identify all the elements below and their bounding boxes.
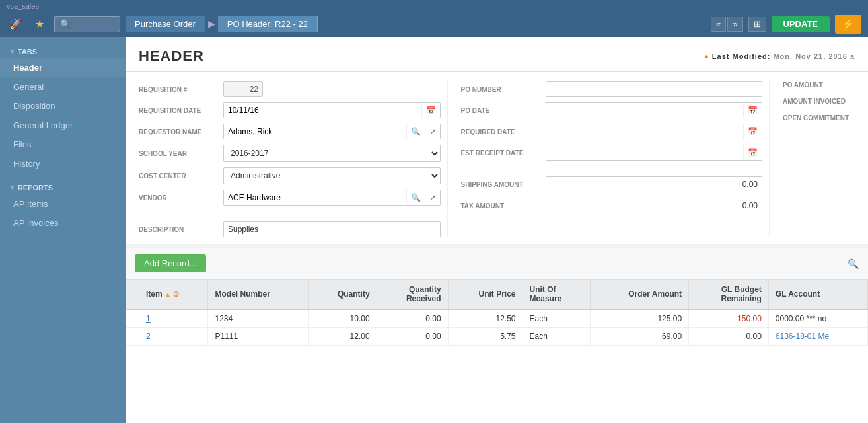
shipping-amount-row: SHIPPING AMOUNT: [461, 176, 763, 192]
open-commitment-label: OPEN COMMITMENT: [783, 114, 862, 122]
section-title-text: HEADER: [139, 48, 204, 65]
sidebar-item-general[interactable]: General: [0, 77, 126, 96]
po-date-field: 📅: [546, 102, 763, 118]
row-qty-received: 0.00: [377, 328, 448, 346]
tabs-collapse-icon[interactable]: ▼: [9, 48, 15, 55]
row-gl-budget: -150.00: [689, 309, 769, 328]
table-row: 1 1234 10.00 0.00 12.50 Each 125.00 -150…: [126, 309, 868, 328]
requisition-date-input[interactable]: [224, 103, 421, 118]
sidebar-item-header[interactable]: Header: [0, 58, 126, 77]
required-date-input[interactable]: [546, 124, 744, 139]
col-unit-price[interactable]: Unit Price: [448, 280, 523, 309]
nav-prev-btn[interactable]: «: [711, 17, 726, 32]
col-item[interactable]: Item ▲ ①: [139, 280, 208, 309]
sidebar-item-files[interactable]: Files: [0, 135, 126, 154]
row-model-number: 1234: [208, 309, 309, 328]
favorites-icon[interactable]: ★: [30, 15, 49, 33]
col-qty-received[interactable]: QuantityReceived: [377, 280, 448, 309]
sidebar-item-ap-invoices[interactable]: AP Invoices: [0, 213, 126, 233]
tax-amount-input[interactable]: [546, 198, 763, 213]
po-number-row: PO NUMBER: [461, 81, 763, 97]
reports-collapse-icon[interactable]: ▼: [9, 184, 15, 191]
requisition-date-calendar-icon[interactable]: 📅: [421, 103, 440, 118]
user-label: vca_sales: [7, 2, 39, 10]
grid-view-btn[interactable]: ⊞: [748, 17, 766, 32]
requestor-search-icon[interactable]: 🔍: [406, 124, 425, 139]
description-input[interactable]: [223, 221, 441, 237]
table-body: 1 1234 10.00 0.00 12.50 Each 125.00 -150…: [126, 309, 868, 346]
col-gl-account[interactable]: GL Account: [768, 280, 867, 309]
po-number-input[interactable]: [546, 81, 763, 97]
required-date-calendar-icon[interactable]: 📅: [743, 124, 762, 139]
description-label: DESCRIPTION: [139, 226, 218, 233]
col-unit-of-measure[interactable]: Unit OfMeasure: [523, 280, 590, 309]
breadcrumb-current[interactable]: PO Header: R22 - 22: [218, 16, 318, 32]
row-selector: [126, 309, 139, 328]
table-toolbar: Add Record... 🔍: [126, 248, 868, 280]
header-section: HEADER ● Last Modified: Mon, Nov 21, 201…: [126, 37, 868, 72]
breadcrumb-module[interactable]: Purchase Order: [126, 16, 205, 32]
col-quantity[interactable]: Quantity: [309, 280, 377, 309]
search-bar[interactable]: 🔍: [54, 16, 120, 32]
home-icon[interactable]: 🚀: [7, 15, 25, 33]
vendor-row: VENDOR 🔍 ↗: [139, 190, 441, 206]
lightning-btn[interactable]: ⚡: [835, 15, 861, 34]
po-date-calendar-icon[interactable]: 📅: [743, 103, 762, 118]
vendor-external-icon[interactable]: ↗: [425, 190, 440, 205]
po-date-label: PO DATE: [461, 107, 540, 114]
cost-center-select[interactable]: Administrative: [223, 167, 441, 184]
breadcrumb-separator: ▶: [205, 19, 218, 29]
amount-invoiced-label: AMOUNT INVOICED: [783, 98, 862, 105]
po-date-input[interactable]: [546, 103, 744, 118]
est-receipt-date-field: 📅: [546, 145, 763, 161]
requestor-name-input[interactable]: [224, 124, 406, 139]
col-order-amount[interactable]: Order Amount: [590, 280, 688, 309]
requisition-number-input[interactable]: [223, 81, 263, 97]
est-receipt-date-input[interactable]: [546, 145, 744, 160]
breadcrumb: Purchase Order ▶ PO Header: R22 - 22: [126, 16, 318, 32]
cost-center-row: COST CENTER Administrative: [139, 167, 441, 184]
sidebar-item-disposition[interactable]: Disposition: [0, 96, 126, 116]
update-button[interactable]: UPDATE: [772, 16, 830, 32]
po-amount-label: PO AMOUNT: [783, 81, 862, 89]
vendor-input[interactable]: [224, 190, 406, 205]
row-quantity: 12.00: [309, 328, 377, 346]
po-date-row: PO DATE 📅: [461, 102, 763, 118]
school-year-row: SCHOOL YEAR 2016-2017: [139, 145, 441, 162]
sort-indicator: ①: [173, 291, 179, 298]
shipping-amount-label: SHIPPING AMOUNT: [461, 181, 540, 188]
add-record-button[interactable]: Add Record...: [135, 254, 206, 272]
est-receipt-date-label: EST RECEIPT DATE: [461, 149, 540, 157]
requestor-external-icon[interactable]: ↗: [425, 124, 440, 139]
col-selector: [126, 280, 139, 309]
sidebar-item-general-ledger[interactable]: General Ledger: [0, 116, 126, 135]
nav-arrows: « »: [711, 17, 742, 32]
vendor-search-icon[interactable]: 🔍: [406, 190, 425, 205]
row-item-link[interactable]: 1: [139, 309, 208, 328]
table-search-icon[interactable]: 🔍: [848, 258, 859, 269]
row-gl-account[interactable]: 6136-18-01 Me: [768, 328, 867, 346]
row-model-number: P1111: [208, 328, 309, 346]
school-year-select[interactable]: 2016-2017: [223, 145, 441, 162]
last-modified: ● Last Modified: Mon, Nov 21, 2016 a: [704, 52, 855, 60]
requestor-name-label: REQUESTOR NAME: [139, 128, 218, 135]
est-receipt-calendar-icon[interactable]: 📅: [743, 145, 762, 160]
row-order-amount: 69.00: [590, 328, 688, 346]
row-item-link[interactable]: 2: [139, 328, 208, 346]
tax-amount-label: TAX AMOUNT: [461, 202, 540, 210]
required-date-label: REQUIRED DATE: [461, 128, 540, 135]
form-col-right: PO AMOUNT AMOUNT INVOICED OPEN COMMITMEN…: [769, 81, 855, 237]
row-unit-of-measure: Each: [523, 309, 590, 328]
top-bar: 🚀 ★ 🔍 Purchase Order ▶ PO Header: R22 - …: [0, 11, 868, 37]
nav-next-btn[interactable]: »: [727, 17, 742, 32]
vendor-field: 🔍 ↗: [223, 190, 441, 206]
vendor-label: VENDOR: [139, 194, 218, 202]
col-gl-budget[interactable]: GL BudgetRemaining: [689, 280, 769, 309]
po-amount-row: PO AMOUNT: [783, 81, 855, 89]
shipping-amount-input[interactable]: [546, 176, 763, 192]
cost-center-label: COST CENTER: [139, 173, 218, 180]
requestor-name-field: 🔍 ↗: [223, 124, 441, 139]
col-model-number[interactable]: Model Number: [208, 280, 309, 309]
sidebar-item-ap-items[interactable]: AP Items: [0, 194, 126, 213]
sidebar-item-history[interactable]: History: [0, 154, 126, 173]
